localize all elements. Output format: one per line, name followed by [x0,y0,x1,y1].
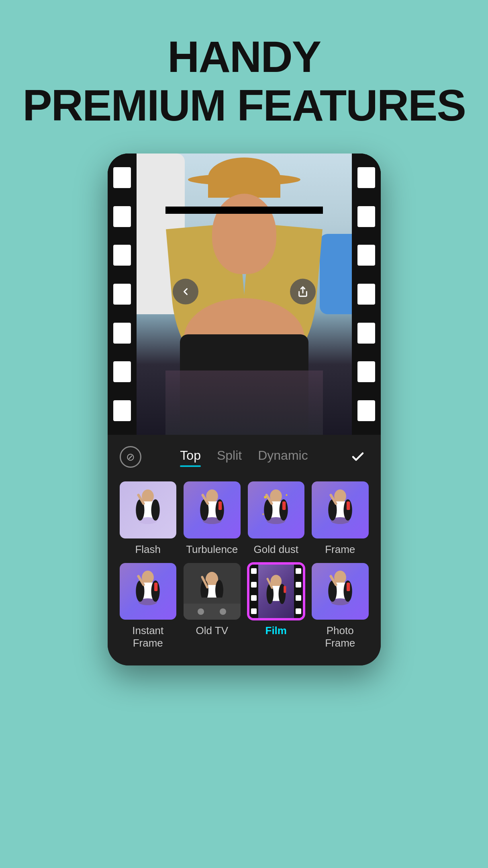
tab-dynamic[interactable]: Dynamic [258,448,308,466]
film-hole [357,284,375,305]
svg-rect-13 [218,502,222,510]
effect-old-tv-thumb [184,563,241,620]
svg-point-23 [262,513,264,515]
film-hole-thumb [251,595,257,601]
film-hole-thumb [296,568,301,574]
effect-turbulence[interactable]: Turbulence [184,481,241,556]
effect-turbulence-label: Turbulence [186,543,238,556]
film-hole [357,323,375,344]
effect-gold-dust-thumb [248,481,305,538]
svg-rect-48 [284,585,286,593]
film-hole [113,284,131,305]
effect-frame-label: Frame [325,543,355,556]
svg-point-31 [142,571,154,584]
no-effect-icon: ⊘ [126,451,135,463]
effect-film[interactable]: Film [248,563,305,650]
effect-gold-dust[interactable]: Gold dust [248,481,305,556]
svg-point-24 [334,489,346,503]
film-hole-thumb [251,582,257,588]
film-hole [113,400,131,421]
svg-point-1 [142,489,154,503]
effect-photo-frame-thumb [312,563,369,620]
film-image [137,154,352,435]
effect-film-thumb [248,563,305,620]
effect-photo-frame-label: Photo Frame [312,624,369,649]
tv-body [184,563,241,620]
effects-grid: Flash [120,477,369,657]
svg-point-7 [206,489,218,503]
film-hole [113,323,131,344]
film-strip-left [108,154,137,435]
effect-instant-frame-thumb [120,563,177,620]
effect-turbulence-thumb [184,481,241,538]
film-hole-thumb [296,582,301,588]
film-thumb-content [258,565,294,618]
film-divider [165,207,323,214]
effect-flash-label: Flash [135,543,161,556]
confirm-button[interactable] [347,446,369,468]
film-hole [113,245,131,266]
effect-gold-dust-label: Gold dust [254,543,298,556]
turbulence-thumb-image [184,481,241,538]
svg-point-21 [264,496,267,498]
hat-brim [188,174,300,186]
effect-flash[interactable]: Flash [120,481,177,556]
effect-instant-frame-label: Instant Frame [120,624,177,649]
film-hole [357,400,375,421]
svg-rect-30 [347,502,350,510]
film-bottom-blur [165,371,323,435]
effect-flash-thumb [120,481,177,538]
film-nav-left-button[interactable] [173,279,198,305]
effect-instant-frame[interactable]: Instant Frame [120,563,177,650]
effect-frame[interactable]: Frame [312,481,369,556]
phone-mockup: ⊘ Top Split Dynamic [108,154,381,665]
frame-thumb-image [312,481,369,538]
instant-frame-thumb-image [120,563,177,620]
film-hole [113,167,131,188]
face [212,194,276,274]
gold-dust-thumb-image [248,481,305,538]
headline-line1: HANDY [22,32,466,81]
controls-section: ⊘ Top Split Dynamic [108,435,381,665]
film-frame [108,154,381,435]
effect-old-tv-label: Old TV [196,624,228,637]
film-hole [357,206,375,227]
bg-element [320,234,352,314]
film-hole-thumb [251,568,257,574]
no-effect-button[interactable]: ⊘ [120,446,141,468]
tab-split[interactable]: Split [217,448,242,466]
film-hole [357,361,375,382]
film-hole-thumb [251,608,257,614]
tab-list: Top Split Dynamic [180,448,308,466]
film-hole [357,167,375,188]
svg-rect-20 [282,502,286,510]
effect-frame-thumb [312,481,369,538]
effect-photo-frame[interactable]: Photo Frame [312,563,369,650]
tv-knob-2 [220,608,226,615]
photo-frame-thumb-image [312,563,369,620]
film-hole [357,245,375,266]
headline: HANDY PREMIUM FEATURES [22,32,466,129]
svg-point-5 [151,499,160,520]
svg-point-22 [286,494,288,495]
film-nav-right-button[interactable] [290,279,316,305]
film-hole [113,361,131,382]
film-hole-thumb [296,608,301,614]
film-hole [113,206,131,227]
headline-line2: PREMIUM FEATURES [22,81,466,129]
effect-film-label: Film [265,624,287,637]
tv-screen [184,563,241,604]
tv-controls [184,604,241,620]
svg-point-49 [334,571,346,584]
film-thumb-inner [249,565,303,618]
flash-thumb-image [120,481,177,538]
tab-top[interactable]: Top [180,448,201,466]
film-strip-left-thumb [249,565,258,618]
svg-rect-37 [154,583,157,591]
tv-knob-1 [198,608,204,615]
svg-rect-55 [347,583,350,591]
effect-old-tv[interactable]: Old TV [184,563,241,650]
film-hole-thumb [296,595,301,601]
svg-point-14 [270,489,282,503]
film-strip-right-thumb [294,565,303,618]
